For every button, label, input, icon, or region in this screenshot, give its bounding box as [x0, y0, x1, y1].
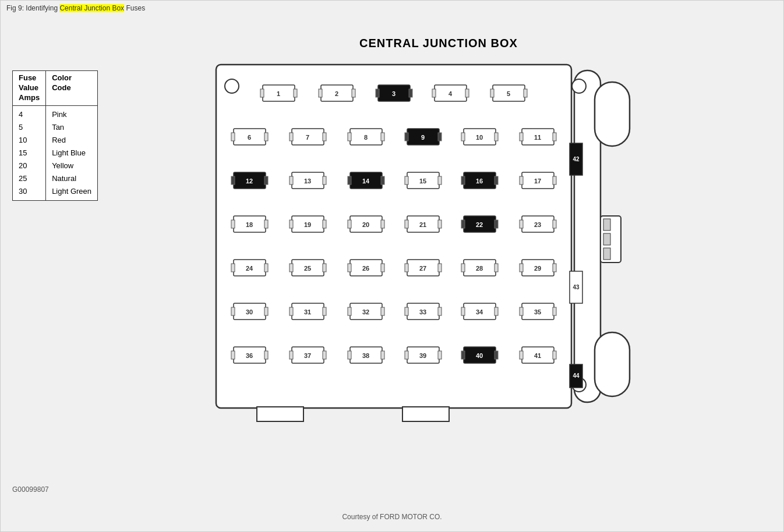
svg-rect-156: [520, 307, 523, 315]
svg-rect-120: [348, 264, 351, 272]
legend-header-color: ColorCode: [46, 71, 98, 106]
svg-text:31: 31: [304, 308, 311, 315]
svg-rect-133: [553, 264, 556, 272]
svg-rect-117: [323, 264, 326, 272]
svg-text:7: 7: [306, 134, 309, 141]
svg-rect-144: [348, 307, 351, 315]
svg-rect-96: [348, 220, 351, 228]
svg-rect-24: [319, 89, 322, 97]
svg-rect-88: [231, 220, 235, 228]
svg-text:22: 22: [476, 221, 483, 228]
svg-rect-152: [461, 307, 465, 315]
fig-caption-text: Fig 9: Identifying: [6, 4, 59, 12]
svg-text:30: 30: [246, 308, 253, 315]
svg-rect-49: [381, 133, 384, 141]
svg-rect-56: [461, 133, 465, 141]
svg-rect-8: [595, 82, 630, 146]
svg-rect-172: [405, 351, 408, 359]
svg-text:35: 35: [534, 308, 541, 315]
svg-rect-164: [289, 351, 293, 359]
svg-text:36: 36: [246, 352, 253, 359]
svg-text:6: 6: [248, 134, 251, 141]
svg-rect-57: [495, 133, 498, 141]
diagram-title: CENTRAL JUNCTION BOX: [210, 37, 667, 50]
svg-rect-97: [381, 220, 384, 228]
svg-text:40: 40: [476, 352, 483, 359]
svg-rect-33: [465, 89, 469, 97]
svg-rect-61: [553, 133, 556, 141]
svg-text:25: 25: [304, 265, 311, 272]
svg-rect-105: [495, 220, 498, 228]
svg-rect-116: [289, 264, 293, 272]
svg-rect-145: [381, 307, 384, 315]
gcode-text: G00099807: [12, 485, 49, 494]
svg-rect-124: [405, 264, 408, 272]
svg-text:23: 23: [534, 221, 541, 228]
svg-rect-80: [461, 176, 465, 185]
svg-rect-52: [405, 133, 408, 141]
svg-text:15: 15: [419, 178, 426, 185]
svg-rect-73: [381, 176, 384, 185]
svg-point-11: [572, 79, 586, 93]
svg-text:13: 13: [304, 178, 311, 185]
svg-rect-141: [323, 307, 326, 315]
page-container: Fig 9: Identifying Central Junction Box …: [0, 0, 784, 532]
svg-text:14: 14: [362, 178, 370, 185]
svg-rect-68: [289, 176, 293, 185]
svg-text:9: 9: [421, 134, 425, 141]
svg-rect-108: [520, 220, 523, 228]
svg-rect-69: [323, 176, 326, 185]
svg-rect-60: [520, 133, 523, 141]
svg-rect-93: [323, 220, 326, 228]
svg-rect-84: [520, 176, 523, 185]
svg-rect-169: [381, 351, 384, 359]
junction-box-diagram: 42 43 44 1 2 3 4 5: [199, 53, 635, 472]
svg-rect-1: [257, 407, 303, 421]
svg-text:42: 42: [573, 156, 580, 162]
legend-data-colors: PinkTanRedLight BlueYellowNaturalLight G…: [46, 105, 98, 201]
svg-text:16: 16: [476, 178, 483, 185]
fig-caption-highlight: Central Junction Box: [59, 4, 124, 12]
svg-text:21: 21: [419, 221, 426, 228]
svg-rect-0: [216, 65, 571, 408]
svg-rect-101: [438, 220, 442, 228]
svg-rect-7: [603, 248, 610, 260]
svg-rect-6: [603, 233, 610, 245]
svg-text:24: 24: [246, 265, 253, 272]
courtesy-text: Courtesy of FORD MOTOR CO.: [342, 513, 442, 521]
fig-caption-end: Fuses: [124, 4, 145, 12]
svg-rect-165: [323, 351, 326, 359]
svg-rect-2: [402, 407, 449, 421]
svg-text:2: 2: [335, 90, 338, 97]
svg-text:34: 34: [476, 308, 483, 315]
svg-rect-125: [438, 264, 442, 272]
svg-rect-140: [289, 307, 293, 315]
svg-rect-32: [432, 89, 436, 97]
svg-text:44: 44: [573, 373, 580, 379]
svg-rect-153: [495, 307, 498, 315]
svg-rect-160: [231, 351, 235, 359]
svg-rect-168: [348, 351, 351, 359]
svg-rect-177: [495, 351, 498, 359]
svg-rect-104: [461, 220, 465, 228]
svg-rect-21: [294, 89, 297, 97]
svg-rect-77: [438, 176, 442, 185]
svg-rect-92: [289, 220, 293, 228]
svg-rect-132: [520, 264, 523, 272]
svg-text:4: 4: [448, 90, 453, 97]
svg-text:27: 27: [419, 265, 426, 272]
svg-text:11: 11: [534, 134, 541, 141]
svg-text:12: 12: [246, 178, 253, 185]
svg-point-10: [225, 79, 239, 93]
svg-text:3: 3: [392, 90, 395, 97]
svg-rect-40: [231, 133, 235, 141]
svg-rect-65: [264, 176, 268, 185]
svg-rect-137: [264, 307, 268, 315]
svg-rect-109: [553, 220, 556, 228]
svg-rect-112: [231, 264, 235, 272]
svg-text:29: 29: [534, 265, 541, 272]
svg-rect-173: [438, 351, 442, 359]
svg-text:5: 5: [507, 90, 510, 97]
svg-rect-157: [553, 307, 556, 315]
svg-text:28: 28: [476, 265, 483, 272]
